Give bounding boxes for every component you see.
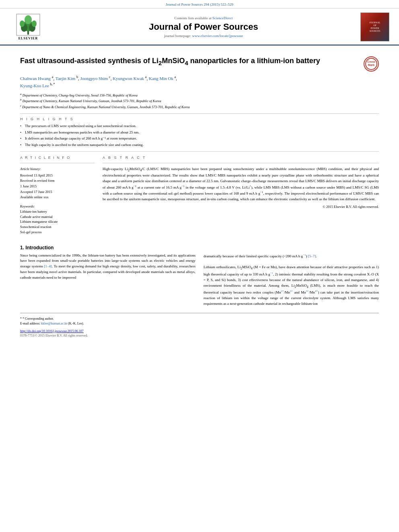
- divider-info: [20, 163, 95, 163]
- email-link[interactable]: kklee@kunsan.ac.kr: [41, 322, 67, 325]
- highlight-item-4: The high capacity is ascribed to the uni…: [20, 142, 379, 148]
- highlights-list: The precursors of LMS were synthesized u…: [20, 123, 379, 148]
- doi-link-area: http://dx.doi.org/10.1016/j.jpowsour.201…: [20, 329, 379, 333]
- page: Journal of Power Sources 294 (2015) 522–…: [0, 0, 399, 532]
- affiliation-c: c Department of Nano & Chemical Engineer…: [20, 104, 379, 110]
- affiliations: a Department of Chemistry, Chung-Ang Uni…: [20, 92, 379, 110]
- elsevier-tree-icon: [16, 14, 40, 36]
- available-online: Available online xxx: [20, 195, 95, 200]
- copyright-text: © 2015 Elsevier B.V. All rights reserved…: [103, 205, 379, 209]
- svg-text:Mark: Mark: [368, 64, 374, 66]
- author-kangmin[interactable]: Kang Min Ok: [149, 76, 173, 81]
- affiliation-b: b Department of Chemistry, Kunsan Nation…: [20, 98, 379, 104]
- authors-line: Chahwan Hwang a, Taejin Kim b, Joongpyo …: [20, 75, 379, 90]
- journal-ref-text: Journal of Power Sources 294 (2015) 522–…: [166, 2, 233, 6]
- journal-header-center: Contents lists available at ScienceDirec…: [48, 16, 359, 38]
- journal-homepage: journal homepage: www.elsevier.com/locat…: [48, 34, 359, 38]
- corresponding-author-note: * * Corresponding author.: [20, 316, 379, 321]
- intro-col-left: Since being commercialized in the 1990s,…: [20, 253, 195, 307]
- crossmark-badge[interactable]: Cross Mark: [364, 56, 379, 72]
- svg-text:Cross: Cross: [367, 60, 375, 63]
- intro-two-col: Since being commercialized in the 1990s,…: [20, 253, 379, 307]
- section-number: 1. Introduction: [20, 245, 379, 251]
- highlight-item-2: LMS nanoparticles are homogeneous partic…: [20, 129, 379, 136]
- highlight-item-3: It delivers an initial discharge capacit…: [20, 136, 379, 142]
- keyword-1: Lithium-ion battery: [20, 209, 95, 214]
- keywords-section: Keywords: Lithium-ion battery Cathode ac…: [20, 204, 95, 235]
- sciencedirect-link[interactable]: ScienceDirect: [212, 16, 232, 20]
- ref-1-4[interactable]: [1–4]: [44, 264, 52, 268]
- issn-text: 0378-7753/© 2015 Elsevier B.V. All right…: [20, 334, 379, 337]
- article-history: Article history: Received 13 April 2015 …: [20, 166, 95, 200]
- elsevier-label: ELSEVIER: [19, 37, 38, 40]
- ref-5-7[interactable]: [5–7]: [308, 254, 316, 258]
- journal-header: ELSEVIER Contents lists available at Sci…: [0, 8, 399, 45]
- svg-point-6: [25, 15, 32, 24]
- divider-abstract: [103, 163, 379, 163]
- highlights-section: H I G H L I G H T S The precursors of LM…: [20, 117, 379, 148]
- highlights-label: H I G H L I G H T S: [20, 117, 379, 121]
- svg-point-4: [20, 21, 25, 27]
- revised-date: 1 June 2015: [20, 184, 95, 189]
- revised-label: Received in revised form: [20, 178, 95, 184]
- keyword-4: Sonochemical reaction: [20, 224, 95, 230]
- abstract-label: A B S T R A C T: [103, 156, 379, 160]
- keyword-2: Cathode active material: [20, 214, 95, 220]
- keywords-label: Keywords:: [20, 204, 95, 208]
- article-info-label: A R T I C L E I N F O: [20, 156, 95, 160]
- divider-1: [20, 113, 379, 114]
- journal-cover-image: JOURNALOFPOWERSOURCES: [360, 12, 389, 41]
- accepted-date: Accepted 17 June 2015: [20, 189, 95, 195]
- homepage-link[interactable]: www.elsevier.com/locate/jpowsour: [192, 34, 243, 38]
- journal-reference-bar: Journal of Power Sources 294 (2015) 522–…: [0, 0, 399, 8]
- introduction-section: 1. Introduction Since being commercializ…: [20, 245, 379, 337]
- author-taejin[interactable]: Taejin Kim: [56, 76, 76, 81]
- doi-link[interactable]: http://dx.doi.org/10.1016/j.jpowsour.201…: [20, 329, 84, 333]
- email-note: E-mail address: kklee@kunsan.ac.kr (K.-K…: [20, 321, 379, 326]
- elsevier-logo: ELSEVIER: [16, 14, 40, 40]
- article-info-abstract: A R T I C L E I N F O Article history: R…: [20, 156, 379, 234]
- contents-available: Contents lists available at ScienceDirec…: [48, 16, 359, 20]
- intro-col-right: dramatically because of their limited sp…: [204, 253, 379, 307]
- journal-title: Journal of Power Sources: [48, 22, 359, 32]
- abstract-text: High-capacity Li2MnSiO4/C (LMS/C MBS) na…: [103, 166, 379, 202]
- main-content: Fast ultrasound-assisted synthesis of Li…: [0, 45, 399, 343]
- crossmark-icon: Cross Mark: [364, 56, 379, 72]
- article-title: Fast ultrasound-assisted synthesis of Li…: [20, 56, 360, 67]
- keyword-3: Lithium manganese silicate: [20, 219, 95, 224]
- footnote-area: * * Corresponding author. E-mail address…: [20, 313, 379, 326]
- author-joongpyo[interactable]: Joongpyo Shim: [80, 76, 108, 81]
- history-label: Article history:: [20, 166, 95, 172]
- journal-cover-area: JOURNALOFPOWERSOURCES: [359, 12, 391, 41]
- author-chahwan[interactable]: Chahwan Hwang: [20, 76, 51, 81]
- author-kyungkoo[interactable]: Kyung-Koo Lee: [20, 83, 49, 88]
- author-kyungwon[interactable]: Kyungwon Kwak: [113, 76, 144, 81]
- svg-point-5: [32, 21, 37, 27]
- affiliation-a: a Department of Chemistry, Chung-Ang Uni…: [20, 92, 379, 98]
- divider-2: [20, 151, 379, 152]
- elsevier-logo-area: ELSEVIER: [8, 14, 48, 40]
- article-info-column: A R T I C L E I N F O Article history: R…: [20, 156, 95, 234]
- keyword-5: Sol–gel process: [20, 230, 95, 235]
- received-date: Received 13 April 2015: [20, 173, 95, 179]
- highlight-item-1: The precursors of LMS were synthesized u…: [20, 123, 379, 129]
- abstract-column: A B S T R A C T High-capacity Li2MnSiO4/…: [103, 156, 379, 234]
